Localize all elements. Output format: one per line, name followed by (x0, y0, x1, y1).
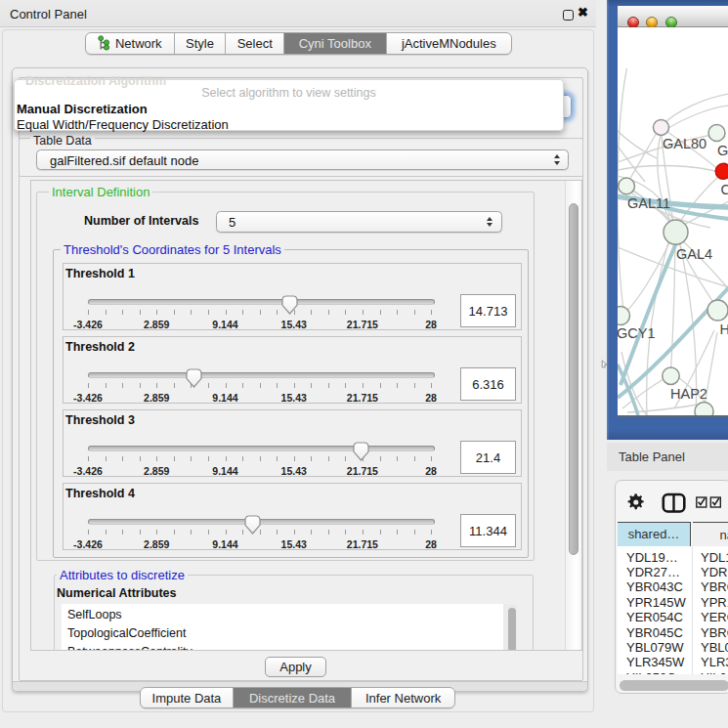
svg-text:GAL: GAL (717, 143, 728, 158)
svg-text:GCY1: GCY1 (618, 325, 656, 341)
svg-text:GAL80: GAL80 (663, 136, 707, 151)
svg-text:CD: CD (720, 182, 728, 197)
svg-text:GAL11: GAL11 (627, 195, 670, 211)
svg-text:H: H (719, 321, 728, 337)
svg-text:GAL4: GAL4 (676, 246, 712, 262)
svg-text:HAP2: HAP2 (670, 386, 707, 402)
